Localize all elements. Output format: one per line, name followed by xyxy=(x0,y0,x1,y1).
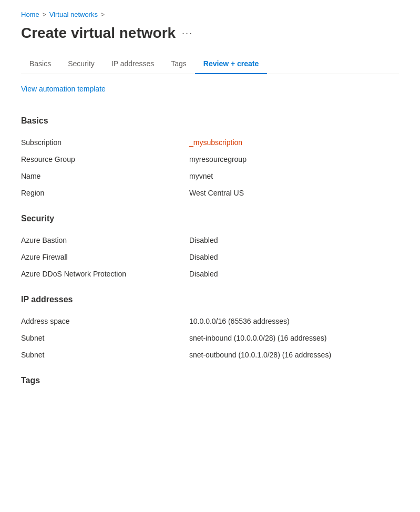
field-value-azure-firewall: Disabled xyxy=(189,253,218,261)
ellipsis-menu[interactable]: ··· xyxy=(182,28,193,39)
automation-template-link[interactable]: View automation template xyxy=(21,85,106,93)
breadcrumb: Home > Virtual networks > xyxy=(21,11,399,18)
field-label-azure-ddos: Azure DDoS Network Protection xyxy=(21,270,189,278)
basics-section-title: Basics xyxy=(21,116,399,126)
tab-security[interactable]: Security xyxy=(59,54,103,74)
field-label-subnet-inbound: Subnet xyxy=(21,334,189,342)
ip-addresses-section-title: IP addresses xyxy=(21,295,399,304)
security-section-title: Security xyxy=(21,214,399,223)
field-subnet-inbound: Subnet snet-inbound (10.0.0.0/28) (16 ad… xyxy=(21,330,399,346)
field-label-subscription: Subscription xyxy=(21,138,189,147)
tags-section-title: Tags xyxy=(21,376,399,385)
field-value-address-space: 10.0.0.0/16 (65536 addresses) xyxy=(189,317,290,325)
breadcrumb-virtual-networks[interactable]: Virtual networks xyxy=(49,11,98,18)
field-subnet-outbound: Subnet snet-outbound (10.0.1.0/28) (16 a… xyxy=(21,346,399,363)
field-subscription: Subscription _mysubscription xyxy=(21,134,399,151)
field-label-azure-firewall: Azure Firewall xyxy=(21,253,189,261)
field-value-azure-ddos: Disabled xyxy=(189,270,218,278)
tab-basics[interactable]: Basics xyxy=(21,54,59,74)
field-label-azure-bastion: Azure Bastion xyxy=(21,236,189,244)
field-value-azure-bastion: Disabled xyxy=(189,236,218,244)
tags-section: Tags xyxy=(21,376,399,385)
ip-addresses-section: IP addresses Address space 10.0.0.0/16 (… xyxy=(21,295,399,363)
field-value-region: West Central US xyxy=(189,189,244,197)
field-region: Region West Central US xyxy=(21,185,399,201)
basics-section: Basics Subscription _mysubscription Reso… xyxy=(21,116,399,201)
field-label-resource-group: Resource Group xyxy=(21,155,189,163)
field-label-address-space: Address space xyxy=(21,317,189,325)
field-label-subnet-outbound: Subnet xyxy=(21,351,189,359)
field-value-subnet-outbound: snet-outbound (10.0.1.0/28) (16 addresse… xyxy=(189,351,331,359)
security-section: Security Azure Bastion Disabled Azure Fi… xyxy=(21,214,399,282)
field-azure-bastion: Azure Bastion Disabled xyxy=(21,232,399,249)
field-value-subscription: _mysubscription xyxy=(189,138,242,147)
field-value-resource-group: myresourcegroup xyxy=(189,155,247,163)
page-title: Create virtual network xyxy=(21,25,176,42)
field-address-space: Address space 10.0.0.0/16 (65536 address… xyxy=(21,313,399,330)
field-resource-group: Resource Group myresourcegroup xyxy=(21,151,399,168)
field-azure-ddos: Azure DDoS Network Protection Disabled xyxy=(21,265,399,282)
breadcrumb-separator-2: > xyxy=(101,11,105,18)
field-name: Name myvnet xyxy=(21,168,399,185)
breadcrumb-separator-1: > xyxy=(43,11,46,18)
field-label-name: Name xyxy=(21,172,189,180)
field-azure-firewall: Azure Firewall Disabled xyxy=(21,249,399,265)
field-label-region: Region xyxy=(21,189,189,197)
field-value-name: myvnet xyxy=(189,172,213,180)
tab-review-create[interactable]: Review + create xyxy=(195,54,267,74)
field-value-subnet-inbound: snet-inbound (10.0.0.0/28) (16 addresses… xyxy=(189,334,327,342)
breadcrumb-home[interactable]: Home xyxy=(21,11,39,18)
page-title-container: Create virtual network ··· xyxy=(21,25,399,42)
tabs-container: Basics Security IP addresses Tags Review… xyxy=(21,54,399,74)
tab-tags[interactable]: Tags xyxy=(162,54,195,74)
tab-ip-addresses[interactable]: IP addresses xyxy=(103,54,162,74)
